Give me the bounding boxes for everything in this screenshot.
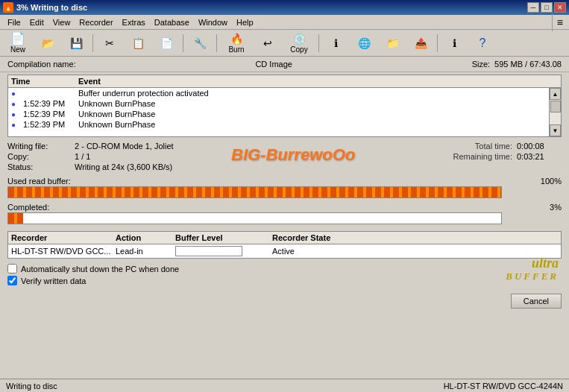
scroll-down-btn[interactable]: ▼	[550, 124, 561, 136]
copy-disc-icon: 💿	[293, 33, 306, 45]
toolbar-copy-button[interactable]: 💿 Copy	[283, 32, 315, 54]
log-row: ● 1:52:39 PM Unknown BurnPhase	[8, 119, 549, 130]
status-bar: Writing to disc HL-DT-ST RW/DVD GCC-4244…	[0, 379, 569, 392]
rec-col-state: Recorder State	[272, 233, 558, 242]
log-event-2: Unknown BurnPhase	[78, 110, 546, 118]
rec-recorder-value: HL-DT-ST RW/DVD GCC...	[11, 247, 116, 256]
auto-shutdown-checkbox[interactable]	[7, 264, 17, 274]
cancel-button[interactable]: Cancel	[511, 294, 562, 309]
toolbar-folder-button[interactable]: 📁	[379, 32, 406, 54]
log-col-event: Event	[78, 77, 558, 86]
rec-col-buffer: Buffer Level	[175, 233, 272, 242]
toolbar-copy-doc-button[interactable]: 📋	[125, 32, 151, 54]
bottom-bar: Cancel	[0, 291, 569, 312]
read-buffer-label: Used read buffer:	[7, 177, 71, 186]
help-icon: ?	[480, 37, 486, 50]
scroll-thumb[interactable]	[550, 101, 561, 113]
read-buffer-bar	[7, 186, 502, 198]
log-container: Time Event ● Buffer underrun protection …	[7, 75, 562, 137]
properties-icon: 🔧	[194, 37, 207, 49]
toolbar-burn-button[interactable]: 🔥 Burn	[220, 32, 253, 54]
completed-label-row: Completed: 3%	[7, 203, 562, 212]
status-left: Writing to disc	[6, 382, 57, 391]
status-row: Status: Writing at 24x (3,600 KB/s)	[7, 162, 562, 171]
log-col-time: Time	[11, 77, 78, 86]
read-buffer-section: Used read buffer: 100%	[0, 175, 569, 203]
verify-checkbox[interactable]	[7, 276, 17, 285]
toolbar-info2-button[interactable]: ℹ	[441, 32, 468, 54]
menu-edit[interactable]: Edit	[25, 16, 48, 28]
checkboxes-section: Automatically shut down the PC when done…	[0, 261, 569, 291]
log-scrollbar[interactable]: ▲ ▼	[549, 88, 561, 136]
rec-col-action: Action	[116, 233, 175, 242]
status-right: HL-DT-ST RW/DVD GCC-4244N	[444, 382, 563, 391]
log-table-wrapper: ● Buffer underrun protection activated ●…	[8, 88, 561, 136]
writing-file-label: Writing file:	[7, 142, 75, 151]
toolbar-burn-label: Burn	[228, 45, 244, 54]
menu-file[interactable]: File	[3, 16, 25, 28]
toolbar-properties-button[interactable]: 🔧	[186, 32, 213, 54]
menu-database[interactable]: Database	[150, 16, 194, 28]
rec-action-value: Lead-in	[116, 247, 175, 256]
recorder-header: Recorder Action Buffer Level Recorder St…	[8, 232, 561, 244]
minimize-button[interactable]: ─	[527, 2, 539, 13]
writing-file-value: 2 - CD-ROM Mode 1, Joliet	[75, 142, 438, 151]
menu-extras[interactable]: Extras	[118, 16, 150, 28]
log-event-0: Buffer underrun protection activated	[78, 89, 546, 98]
read-buffer-fill	[8, 187, 501, 197]
status-value: Writing at 24x (3,600 KB/s)	[75, 162, 562, 171]
completed-percent: 3%	[550, 203, 562, 212]
buffer-text: BUFFER	[506, 271, 559, 282]
toolbar-paste-button[interactable]: 📄	[153, 32, 180, 54]
toolbar-new-button[interactable]: 📄 New	[3, 32, 33, 54]
toolbar-upload-button[interactable]: 📤	[407, 32, 434, 54]
toolbar-help-button[interactable]: ?	[469, 32, 496, 54]
save-icon: 💾	[70, 38, 83, 48]
menu-recorder[interactable]: Recorder	[75, 16, 117, 28]
copy-doc-icon: 📋	[132, 37, 145, 49]
scroll-track	[550, 100, 561, 124]
rec-buffer-level	[175, 246, 272, 256]
scroll-up-btn[interactable]: ▲	[550, 88, 561, 100]
toolbar-info-button[interactable]: ℹ	[322, 32, 349, 54]
total-time-label: Total time:	[438, 142, 512, 151]
toolbar-web-button[interactable]: 🌐	[350, 32, 377, 54]
toolbar-expand-btn[interactable]: ≡	[554, 16, 566, 28]
info2-icon: ℹ	[453, 37, 456, 49]
log-event-1: Unknown BurnPhase	[78, 99, 546, 108]
toolbar-revert-button[interactable]: ↩	[254, 32, 281, 54]
new-icon: 📄	[10, 33, 25, 45]
read-buffer-label-row: Used read buffer: 100%	[7, 177, 562, 186]
menu-window[interactable]: Window	[194, 16, 232, 28]
log-row: ● 1:52:39 PM Unknown BurnPhase	[8, 109, 549, 119]
compilation-size-label: Size:	[472, 60, 490, 69]
completed-fill	[8, 213, 23, 224]
copy-row: Copy: 1 / 1 Remaining time: 0:03:21	[7, 152, 562, 161]
menu-help[interactable]: Help	[232, 16, 258, 28]
log-icon-0: ●	[11, 89, 23, 98]
window-body: Compilation name: CD Image Size: 595 MB …	[0, 57, 569, 392]
close-button[interactable]: ✕	[554, 2, 566, 13]
paste-icon: 📄	[160, 37, 173, 49]
toolbar-open-button[interactable]: 📂	[34, 32, 61, 54]
rec-state-value: Active	[272, 247, 558, 256]
log-rows-area: ● Buffer underrun protection activated ●…	[8, 88, 549, 136]
toolbar-new-label: New	[10, 45, 25, 54]
toolbar-cut-button[interactable]: ✂	[96, 32, 123, 54]
completed-section: Completed: 3%	[0, 201, 569, 229]
menu-view[interactable]: View	[48, 16, 75, 28]
log-header: Time Event	[8, 75, 561, 88]
toolbar-save-button[interactable]: 💾	[63, 32, 89, 54]
log-event-3: Unknown BurnPhase	[78, 120, 546, 129]
recorder-row: HL-DT-ST RW/DVD GCC... Lead-in Active	[8, 244, 561, 258]
ultra-text: ultra	[506, 256, 559, 271]
verify-row: Verify written data	[7, 276, 562, 285]
revert-icon: ↩	[263, 37, 272, 49]
verify-label: Verify written data	[21, 276, 86, 285]
toolbar-copy-label: Copy	[290, 45, 307, 54]
maximize-button[interactable]: □	[541, 2, 553, 13]
cut-icon: ✂	[105, 37, 114, 49]
status-label: Status:	[7, 162, 75, 171]
info-section: Writing file: 2 - CD-ROM Mode 1, Joliet …	[0, 139, 569, 175]
rec-col-recorder: Recorder	[11, 233, 116, 242]
